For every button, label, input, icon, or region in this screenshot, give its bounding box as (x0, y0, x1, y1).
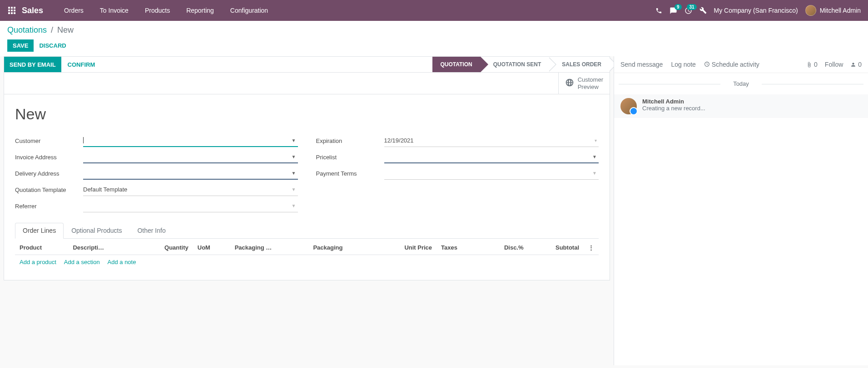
svg-rect-4 (11, 10, 13, 11)
col-packaging[interactable]: Packaging (308, 240, 374, 255)
col-product[interactable]: Product (15, 240, 68, 255)
caret-icon: ▼ (592, 171, 597, 176)
menu-orders[interactable]: Orders (56, 0, 92, 21)
status-step-sales-order[interactable]: SALES ORDER (549, 57, 610, 72)
label-quotation-template: Quotation Template (15, 186, 83, 193)
tab-other-info[interactable]: Other Info (129, 223, 173, 238)
add-product-link[interactable]: Add a product (20, 259, 56, 265)
col-description[interactable]: Descripti… (68, 240, 137, 255)
menu-configuration[interactable]: Configuration (222, 0, 276, 21)
save-button[interactable]: SAVE (7, 39, 34, 52)
breadcrumb-current: New (57, 25, 74, 34)
message-text: Creating a new record... (642, 105, 705, 112)
message-author: Mitchell Admin (642, 98, 705, 105)
svg-rect-3 (8, 10, 10, 11)
activities-badge: 31 (687, 4, 696, 10)
expiration-field[interactable]: 12/19/2021▾ (384, 134, 599, 147)
label-referrer: Referrer (15, 203, 83, 210)
add-note-link[interactable]: Add a note (108, 259, 136, 265)
send-by-email-button[interactable]: SEND BY EMAIL (4, 57, 61, 72)
col-uom[interactable]: UoM (193, 240, 230, 255)
chatter-message: Mitchell Admin Creating a new record... (614, 94, 868, 118)
globe-icon (565, 78, 574, 88)
schedule-activity-button[interactable]: Schedule activity (704, 61, 759, 68)
follow-button[interactable]: Follow (825, 61, 843, 68)
breadcrumb-sep: / (51, 25, 53, 34)
messages-icon[interactable]: 9 (670, 7, 677, 15)
payment-terms-field[interactable]: ▼ (384, 167, 599, 180)
col-subtotal[interactable]: Subtotal (528, 240, 584, 255)
label-delivery-address: Delivery Address (15, 170, 83, 177)
breadcrumb: Quotations / New (7, 25, 861, 35)
record-title: New (15, 105, 599, 123)
attachments-button[interactable]: 0 (806, 61, 818, 68)
phone-icon[interactable] (655, 7, 662, 14)
label-expiration: Expiration (316, 137, 384, 144)
status-step-quotation[interactable]: QUOTATION (432, 57, 481, 72)
message-avatar (620, 98, 637, 114)
svg-rect-0 (8, 7, 10, 9)
quotation-template-field[interactable]: Default Template▼ (83, 183, 298, 196)
order-lines-table: Product Descripti… Quantity UoM Packagin… (15, 240, 599, 269)
messages-badge: 9 (675, 4, 682, 10)
confirm-button[interactable]: CONFIRM (61, 57, 102, 72)
svg-rect-5 (14, 10, 15, 11)
apps-icon[interactable] (4, 7, 20, 14)
main-menu: Orders To Invoice Products Reporting Con… (56, 0, 276, 21)
caret-icon: ▼ (292, 138, 296, 143)
col-kebab[interactable]: ⋮ (584, 240, 599, 255)
systray: 9 31 My Company (San Francisco) Mitchell… (655, 5, 864, 16)
status-step-quotation-sent[interactable]: QUOTATION SENT (481, 57, 550, 72)
menu-products[interactable]: Products (137, 0, 178, 21)
referrer-field[interactable]: ▼ (83, 200, 298, 212)
label-customer: Customer (15, 137, 83, 144)
chatter-date-separator: Today (614, 73, 868, 94)
customer-preview-label: Customer Preview (578, 76, 603, 90)
company-switcher[interactable]: My Company (San Francisco) (714, 7, 798, 14)
tab-order-lines[interactable]: Order Lines (15, 223, 64, 239)
caret-icon: ▾ (595, 138, 597, 143)
send-message-button[interactable]: Send message (620, 61, 663, 68)
activities-icon[interactable]: 31 (684, 7, 692, 15)
tab-optional-products[interactable]: Optional Products (64, 223, 129, 238)
menu-reporting[interactable]: Reporting (178, 0, 222, 21)
user-name: Mitchell Admin (820, 7, 861, 14)
form-sheet: Customer Preview New Customer ▼ Invoice … (4, 73, 610, 280)
caret-icon: ▼ (592, 154, 597, 159)
kebab-icon: ⋮ (588, 244, 594, 251)
form-area: SEND BY EMAIL CONFIRM QUOTATION QUOTATIO… (0, 56, 614, 365)
label-pricelist: Pricelist (316, 154, 384, 161)
col-packaging-qty[interactable]: Packaging … (230, 240, 309, 255)
followers-button[interactable]: 0 (850, 61, 862, 68)
notebook-tabs: Order Lines Optional Products Other Info (15, 223, 599, 239)
customer-preview-button[interactable]: Customer Preview (558, 73, 610, 94)
label-invoice-address: Invoice Address (15, 154, 83, 161)
user-avatar (805, 5, 816, 16)
svg-rect-2 (14, 7, 15, 9)
add-section-link[interactable]: Add a section (64, 259, 100, 265)
delivery-address-field[interactable]: ▼ (83, 167, 298, 180)
log-note-button[interactable]: Log note (671, 61, 696, 68)
invoice-address-field[interactable]: ▼ (83, 151, 298, 163)
svg-rect-7 (11, 12, 13, 14)
caret-icon: ▼ (292, 171, 296, 176)
app-brand[interactable]: Sales (22, 6, 43, 15)
discard-button[interactable]: DISCARD (39, 42, 66, 49)
statusbar: SEND BY EMAIL CONFIRM QUOTATION QUOTATIO… (4, 56, 610, 73)
pricelist-field[interactable]: ▼ (384, 151, 599, 163)
svg-rect-1 (11, 7, 13, 9)
user-menu[interactable]: Mitchell Admin (805, 5, 861, 16)
col-disc[interactable]: Disc.% (480, 240, 528, 255)
chatter: Send message Log note Schedule activity … (614, 56, 868, 365)
debug-icon[interactable] (699, 7, 707, 14)
col-quantity[interactable]: Quantity (137, 240, 193, 255)
svg-rect-8 (14, 12, 15, 14)
menu-to-invoice[interactable]: To Invoice (92, 0, 137, 21)
col-unit-price[interactable]: Unit Price (374, 240, 436, 255)
caret-icon: ▼ (292, 187, 296, 192)
label-payment-terms: Payment Terms (316, 170, 384, 177)
customer-field[interactable]: ▼ (83, 134, 298, 147)
col-taxes[interactable]: Taxes (436, 240, 480, 255)
caret-icon: ▼ (292, 203, 296, 208)
breadcrumb-root[interactable]: Quotations (7, 25, 47, 34)
